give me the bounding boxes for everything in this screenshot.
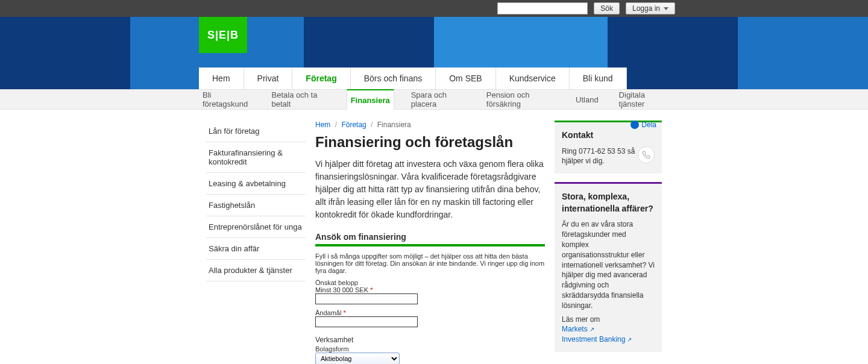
breadcrumb-current: Finansiera (377, 121, 411, 129)
primary-nav: HemPrivatFöretagBörs och finansOm SEBKun… (199, 67, 627, 89)
external-link-icon: ↗ (627, 336, 632, 344)
hero-banner: S|E|B HemPrivatFöretagBörs och finansOm … (0, 17, 868, 89)
business-heading: Verksamhet (315, 336, 545, 344)
subnav-item-spara-och-placera[interactable]: Spara och placera (407, 86, 470, 113)
login-label: Logga in (632, 4, 660, 13)
amount-input[interactable] (315, 293, 418, 304)
primary-tab-hem[interactable]: Hem (199, 67, 244, 89)
side-menu: Lån för företagFakturafinansiering & kon… (206, 121, 306, 281)
side-menu-item[interactable]: Säkra din affär (206, 238, 306, 260)
intro-text: Vi hjälper ditt företag att investera oc… (315, 158, 545, 221)
breadcrumb-link[interactable]: Hem (315, 121, 330, 129)
side-menu-item[interactable]: Fastighetslån (206, 195, 306, 216)
amount-sublabel: Minst 30 000 SEK * (315, 286, 545, 293)
company-form-select[interactable]: Aktiebolag (315, 353, 400, 364)
complex-box: Stora, komplexa, internationella affärer… (555, 182, 662, 352)
subnav-item-finansiera[interactable]: Finansiera (347, 89, 394, 110)
primary-tab-bli-kund[interactable]: Bli kund (570, 67, 627, 89)
apply-note: Fyll i så många uppgifter som möjligt – … (315, 253, 545, 274)
read-more-label: Läs mer om (562, 315, 655, 325)
primary-tab-börs-och-finans[interactable]: Börs och finans (351, 67, 436, 89)
contact-title: Kontakt (562, 130, 655, 142)
chevron-down-icon (664, 7, 668, 10)
sub-nav: Bli företagskundBetala och ta betaltFina… (0, 89, 868, 110)
side-menu-item[interactable]: Entreprenörslånet för unga (206, 216, 306, 238)
primary-tab-kundservice[interactable]: Kundservice (496, 67, 570, 89)
share-icon (631, 121, 639, 129)
search-button[interactable]: Sök (594, 2, 620, 14)
subnav-item-digitala-tjänster[interactable]: Digitala tjänster (615, 86, 669, 113)
top-utility-bar: Sök Logga in (0, 0, 868, 17)
subnav-item-utland[interactable]: Utland (572, 90, 602, 109)
complex-title: Stora, komplexa, internationella affärer… (562, 191, 655, 215)
share-link[interactable]: Dela (631, 121, 656, 129)
side-menu-item[interactable]: Fakturafinansiering & kontokredit (206, 142, 306, 173)
side-menu-item[interactable]: Leasing & avbetalning (206, 173, 306, 195)
green-divider (315, 244, 545, 246)
apply-heading: Ansök om finansiering (315, 232, 545, 242)
purpose-input[interactable] (315, 316, 418, 327)
subnav-item-pension-och-försäkring[interactable]: Pension och försäkring (483, 86, 559, 113)
main-content: Hem / Företag / Finansiera Dela Finansie… (312, 121, 549, 364)
primary-tab-om-seb[interactable]: Om SEB (436, 67, 495, 89)
purpose-label: Ändamål * (315, 309, 545, 316)
side-menu-item[interactable]: Alla produkter & tjänster (206, 260, 306, 281)
primary-tab-privat[interactable]: Privat (244, 67, 293, 89)
breadcrumb: Hem / Företag / Finansiera (315, 121, 411, 129)
markets-link[interactable]: Markets ↗ (562, 324, 594, 334)
subnav-item-bli-företagskund[interactable]: Bli företagskund (199, 86, 255, 113)
external-link-icon: ↗ (590, 325, 594, 334)
subnav-item-betala-och-ta-betalt[interactable]: Betala och ta betalt (268, 86, 333, 113)
right-sidebar: Kontakt Ring 0771-62 53 53 så hjälper vi… (549, 121, 662, 364)
company-form-label: Bolagsform (315, 345, 545, 353)
phone-icon (638, 146, 655, 163)
search-input[interactable] (497, 2, 588, 14)
left-sidebar: Lån för företagFakturafinansiering & kon… (206, 121, 312, 364)
login-button[interactable]: Logga in (626, 2, 675, 14)
primary-tab-företag[interactable]: Företag (292, 67, 350, 89)
complex-text: Är du en av våra stora företagskunder me… (562, 219, 655, 310)
investment-banking-link[interactable]: Investment Banking ↗ (562, 334, 632, 345)
page-title: Finansiering och företagslån (315, 134, 545, 151)
breadcrumb-link[interactable]: Företag (341, 121, 366, 129)
side-menu-item[interactable]: Lån för företag (206, 121, 306, 142)
amount-label: Önskat belopp (315, 279, 545, 286)
seb-logo[interactable]: S|E|B (199, 17, 247, 53)
